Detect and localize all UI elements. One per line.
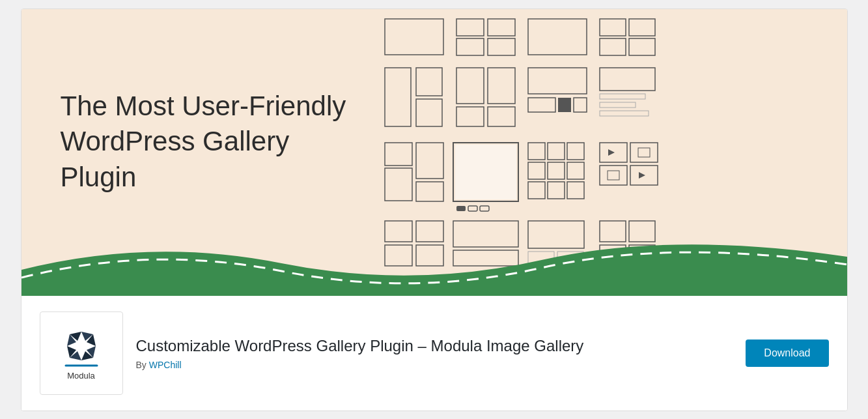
svg-rect-38 bbox=[548, 182, 565, 199]
svg-rect-16 bbox=[488, 107, 515, 126]
download-button[interactable]: Download bbox=[746, 340, 828, 367]
svg-rect-34 bbox=[528, 162, 545, 179]
svg-rect-0 bbox=[385, 19, 443, 55]
svg-rect-10 bbox=[385, 68, 411, 126]
svg-rect-19 bbox=[558, 98, 571, 112]
svg-rect-36 bbox=[567, 162, 584, 179]
svg-rect-21 bbox=[600, 68, 655, 91]
svg-rect-23 bbox=[600, 102, 636, 108]
plugin-icon-label: Modula bbox=[67, 371, 95, 381]
svg-marker-41 bbox=[608, 149, 615, 156]
svg-rect-48 bbox=[456, 206, 466, 211]
svg-rect-20 bbox=[574, 98, 587, 112]
svg-rect-14 bbox=[488, 68, 515, 104]
banner-text-block: The Most User-Friendly WordPress Gallery… bbox=[61, 88, 360, 195]
svg-marker-47 bbox=[639, 172, 645, 179]
svg-rect-25 bbox=[385, 143, 412, 166]
svg-rect-2 bbox=[488, 19, 515, 36]
svg-rect-8 bbox=[600, 38, 626, 55]
svg-rect-50 bbox=[480, 206, 489, 211]
svg-rect-6 bbox=[600, 19, 626, 36]
svg-rect-18 bbox=[528, 98, 555, 112]
svg-rect-45 bbox=[608, 171, 619, 180]
plugin-details: Customizable WordPress Gallery Plugin – … bbox=[136, 336, 733, 370]
svg-rect-17 bbox=[528, 68, 587, 94]
plugin-card: The Most User-Friendly WordPress Gallery… bbox=[21, 8, 848, 411]
svg-rect-39 bbox=[567, 182, 584, 199]
svg-rect-30 bbox=[455, 145, 516, 199]
svg-rect-32 bbox=[548, 143, 565, 160]
plugin-icon: Modula bbox=[40, 311, 123, 395]
plugin-author-link[interactable]: WPChill bbox=[149, 360, 182, 370]
svg-rect-22 bbox=[600, 94, 645, 99]
wave-decoration bbox=[21, 231, 847, 296]
svg-rect-3 bbox=[456, 38, 484, 55]
plugin-name: Customizable WordPress Gallery Plugin – … bbox=[136, 336, 733, 356]
svg-rect-12 bbox=[416, 99, 442, 126]
svg-rect-15 bbox=[456, 107, 484, 126]
svg-rect-11 bbox=[416, 68, 442, 96]
plugin-author: By WPChill bbox=[136, 360, 733, 370]
svg-rect-37 bbox=[528, 182, 545, 199]
svg-rect-27 bbox=[416, 143, 443, 179]
svg-rect-9 bbox=[629, 38, 655, 55]
svg-rect-43 bbox=[638, 148, 650, 157]
svg-rect-28 bbox=[416, 182, 443, 201]
modula-logo-icon bbox=[61, 325, 102, 367]
svg-rect-35 bbox=[548, 162, 565, 179]
svg-rect-33 bbox=[567, 143, 584, 160]
svg-rect-42 bbox=[630, 143, 658, 162]
banner-title: The Most User-Friendly WordPress Gallery… bbox=[61, 88, 360, 195]
svg-rect-24 bbox=[600, 111, 649, 116]
svg-rect-31 bbox=[528, 143, 545, 160]
svg-rect-5 bbox=[528, 19, 587, 55]
svg-rect-7 bbox=[629, 19, 655, 36]
plugin-banner: The Most User-Friendly WordPress Gallery… bbox=[21, 9, 847, 296]
svg-rect-13 bbox=[456, 68, 484, 104]
svg-rect-49 bbox=[468, 206, 477, 211]
svg-rect-4 bbox=[488, 38, 515, 55]
plugin-info-row: Modula Customizable WordPress Gallery Pl… bbox=[21, 296, 847, 411]
svg-rect-1 bbox=[456, 19, 484, 36]
svg-rect-26 bbox=[385, 168, 412, 201]
svg-rect-44 bbox=[600, 166, 627, 185]
